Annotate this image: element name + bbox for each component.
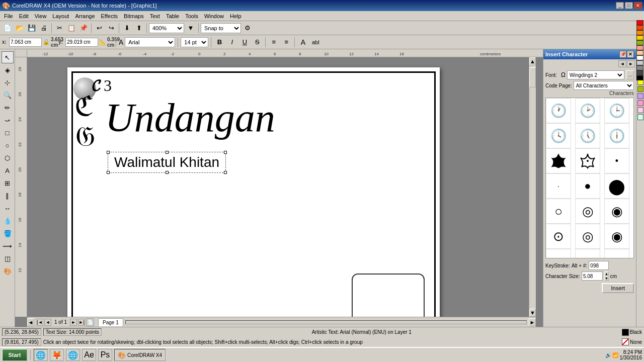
char-cell-3[interactable]: 🕒 xyxy=(604,98,629,123)
zoom-tool[interactable]: 🔍 xyxy=(2,89,14,101)
char-cell-2[interactable]: 🕑 xyxy=(575,98,600,123)
parallel-tool[interactable]: ∥ xyxy=(2,190,14,202)
menu-view[interactable]: View xyxy=(32,12,50,20)
new-button[interactable]: 📄 xyxy=(2,23,13,34)
paste-button[interactable]: 📌 xyxy=(78,23,89,34)
scroll-down-btn[interactable]: ▼ xyxy=(529,309,536,317)
strikethrough-button[interactable]: S xyxy=(252,37,263,48)
char-cell-10[interactable]: · xyxy=(546,173,571,199)
scrollbar-v[interactable]: ▲ ▼ xyxy=(529,57,536,317)
color-tool[interactable]: 🎨 xyxy=(2,265,14,277)
canvas-area[interactable]: 𝓒 3 ℭ 𝔊 Undangan Walimatul Khitan xyxy=(27,57,536,317)
minimize-button[interactable]: _ xyxy=(616,2,624,9)
redo-button[interactable]: ↪ xyxy=(106,23,117,34)
charsize-up-btn[interactable]: ▲ xyxy=(604,272,609,276)
ellipse-tool[interactable]: ○ xyxy=(2,139,14,151)
char-cell-12[interactable]: ⬤ xyxy=(604,173,629,199)
charsize-down-btn[interactable]: ▼ xyxy=(604,276,609,281)
char-cell-17[interactable]: ◎ xyxy=(575,224,600,249)
page-prev-btn[interactable]: ◄ xyxy=(44,319,51,326)
import-button[interactable]: ⬇ xyxy=(121,23,132,34)
char-cell-19[interactable]: · xyxy=(546,249,571,258)
text-tool-icon[interactable]: A xyxy=(297,37,308,48)
menu-help[interactable]: Help xyxy=(227,12,245,20)
panel-pin-btn[interactable]: 📌 xyxy=(619,51,626,58)
char-cell-18[interactable]: ◉ xyxy=(604,224,629,249)
menu-tools[interactable]: Tools xyxy=(182,12,201,20)
taskbar-icon-ps[interactable]: Ps xyxy=(98,349,112,361)
menu-text[interactable]: Text xyxy=(147,12,163,20)
page-last-btn[interactable]: ►| xyxy=(78,319,85,326)
align-center-button[interactable]: ≡ xyxy=(281,37,292,48)
codepage-select[interactable]: All Characters xyxy=(574,81,634,90)
scroll-track-h[interactable] xyxy=(125,320,527,324)
start-button[interactable]: Start xyxy=(2,349,27,361)
page-next-btn[interactable]: ► xyxy=(70,319,77,326)
table-tool[interactable]: ⊞ xyxy=(2,177,14,189)
blend-tool[interactable]: ⟿ xyxy=(2,240,14,252)
fontsize-select[interactable]: 14 pt xyxy=(181,37,208,47)
save-button[interactable]: 💾 xyxy=(26,23,37,34)
underline-button[interactable]: U xyxy=(239,37,250,48)
scrollbar-h[interactable]: ◄ |◄ ◄ 1 of 1 ► ►| 📄 Page 1 ► xyxy=(27,317,536,327)
fill-tool[interactable]: 🪣 xyxy=(2,227,14,239)
rect-tool[interactable]: □ xyxy=(2,127,14,139)
y-input[interactable] xyxy=(65,38,98,47)
char-cell-8[interactable] xyxy=(575,148,600,173)
x-input[interactable] xyxy=(9,38,42,47)
char-cell-1[interactable]: 🕐 xyxy=(546,98,571,123)
menu-layout[interactable]: Layout xyxy=(49,12,72,20)
menu-window[interactable]: Window xyxy=(201,12,227,20)
taskbar-icon-ff[interactable]: 🦊 xyxy=(50,349,64,361)
scroll-thumb[interactable] xyxy=(529,67,536,87)
char-grid-container[interactable]: 🕐 🕑 🕒 🕓 🕔 🕕 • xyxy=(545,98,634,258)
status-color-swatch[interactable] xyxy=(622,329,629,336)
char-cell-4[interactable]: 🕓 xyxy=(546,123,571,148)
scroll-left-btn[interactable]: ◄ xyxy=(27,318,34,326)
shape-tool[interactable]: ◈ xyxy=(2,64,14,76)
open-button[interactable]: 📂 xyxy=(14,23,25,34)
snap-select[interactable]: Snap to xyxy=(201,23,241,33)
char-cell-13[interactable]: ○ xyxy=(546,199,571,224)
panel-close-btn[interactable]: ✕ xyxy=(627,51,634,58)
char-cell-7[interactable] xyxy=(546,148,571,173)
menu-edit[interactable]: Edit xyxy=(16,12,32,20)
export-button[interactable]: ⬆ xyxy=(133,23,144,34)
text-tool[interactable]: A xyxy=(2,164,14,176)
polygon-tool[interactable]: ⬡ xyxy=(2,152,14,164)
smart-tool[interactable]: ⤻ xyxy=(2,114,14,126)
maximize-button[interactable]: □ xyxy=(625,2,633,9)
char-cell-21[interactable]: ◼ xyxy=(604,249,629,258)
menu-bitmaps[interactable]: Bitmaps xyxy=(121,12,147,20)
scroll-right-btn[interactable]: ► xyxy=(529,318,536,326)
char-cell-16[interactable]: ⊙ xyxy=(546,224,571,249)
freehand-tool[interactable]: ✏ xyxy=(2,102,14,114)
undo-button[interactable]: ↩ xyxy=(94,23,105,34)
font-select-panel[interactable]: Wingdings 2 xyxy=(567,70,624,79)
italic-button[interactable]: I xyxy=(226,37,237,48)
char-cell-9[interactable]: • xyxy=(604,148,629,173)
char-cell-20[interactable]: ◾ xyxy=(575,249,600,258)
panel-nav-right[interactable]: ► xyxy=(627,60,635,67)
font-select[interactable]: Arial xyxy=(125,37,175,47)
char-cell-15[interactable]: ◉ xyxy=(604,199,629,224)
taskbar-corel-task[interactable]: 🎨 CorelDRAW X4 xyxy=(114,349,166,361)
scroll-up-btn[interactable]: ▲ xyxy=(529,57,536,65)
abl-button[interactable]: abl xyxy=(310,37,321,48)
font-browse-btn[interactable]: … xyxy=(626,70,634,79)
charsize-input[interactable] xyxy=(582,272,603,281)
insert-button[interactable]: Insert xyxy=(602,283,634,293)
zoom-select[interactable]: 400% xyxy=(149,23,184,33)
menu-file[interactable]: File xyxy=(1,12,16,20)
bold-button[interactable]: B xyxy=(214,37,225,48)
page-tab[interactable]: Page 1 xyxy=(98,318,123,326)
status-fill-swatch[interactable] xyxy=(622,338,629,345)
connector-tool[interactable]: ↔ xyxy=(2,202,14,214)
page-first-btn[interactable]: |◄ xyxy=(36,319,43,326)
menu-table[interactable]: Table xyxy=(163,12,182,20)
char-cell-14[interactable]: ◎ xyxy=(575,199,600,224)
taskbar-icon-chrome[interactable]: 🌐 xyxy=(66,349,80,361)
panel-nav-left[interactable]: ◄ xyxy=(618,60,626,67)
keystroke-input[interactable] xyxy=(589,261,609,270)
align-left-button[interactable]: ≡ xyxy=(268,37,279,48)
